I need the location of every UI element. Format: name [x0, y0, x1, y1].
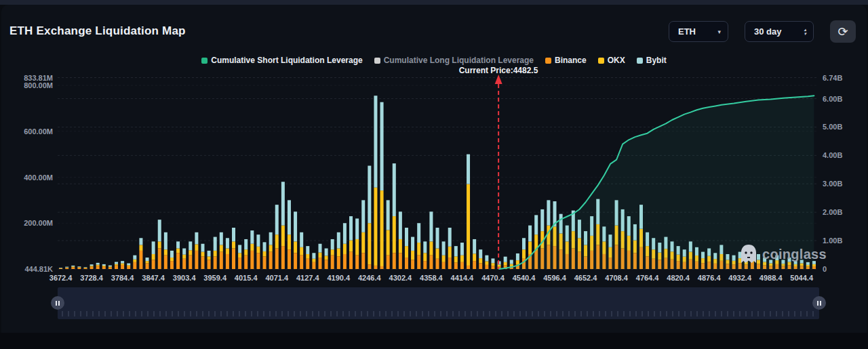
- svg-text:4302.4: 4302.4: [389, 274, 413, 282]
- cumulative-short-line: [499, 96, 814, 269]
- svg-text:0: 0: [823, 265, 827, 273]
- svg-text:4988.4: 4988.4: [760, 274, 783, 282]
- svg-text:4015.4: 4015.4: [235, 274, 258, 282]
- svg-text:3784.4: 3784.4: [111, 274, 135, 282]
- svg-text:3903.4: 3903.4: [173, 274, 197, 282]
- datazoom-navigator[interactable]: [58, 287, 819, 319]
- svg-text:4820.4: 4820.4: [667, 274, 690, 282]
- right-axis-labels: 6.74B6.00B5.00B4.00B3.00B2.00B1.00B0: [823, 74, 842, 274]
- svg-text:4932.4: 4932.4: [728, 274, 752, 282]
- svg-text:3672.4: 3672.4: [50, 274, 73, 282]
- left-axis-labels: 833.81M800.00M600.00M400.00M200.00M444.8…: [24, 74, 53, 274]
- x-axis-labels: 3672.43728.43784.43847.43903.43959.44015…: [50, 274, 814, 282]
- svg-text:3847.4: 3847.4: [142, 274, 165, 282]
- svg-text:600.00M: 600.00M: [24, 127, 53, 136]
- svg-text:4414.4: 4414.4: [451, 274, 475, 282]
- navigator-left-handle[interactable]: [51, 296, 64, 310]
- liquidation-map-widget: ETH Exchange Liquidation Map ETH ▾ 30 da…: [0, 0, 868, 349]
- coinglass-ghost-icon: [740, 244, 757, 264]
- svg-text:4596.4: 4596.4: [543, 274, 567, 282]
- svg-text:4190.4: 4190.4: [327, 274, 351, 282]
- coinglass-wordmark: coinglass: [762, 247, 827, 262]
- svg-text:5.00B: 5.00B: [823, 123, 842, 131]
- svg-text:3959.4: 3959.4: [203, 274, 227, 282]
- svg-text:800.00M: 800.00M: [24, 81, 53, 89]
- svg-text:833.81M: 833.81M: [24, 74, 53, 82]
- svg-text:3728.4: 3728.4: [80, 274, 104, 282]
- svg-text:4470.4: 4470.4: [481, 274, 505, 282]
- svg-text:4540.4: 4540.4: [513, 274, 536, 282]
- svg-text:4708.4: 4708.4: [605, 274, 629, 282]
- svg-text:4246.4: 4246.4: [358, 274, 382, 282]
- svg-text:200.00M: 200.00M: [24, 219, 53, 227]
- svg-text:4764.4: 4764.4: [636, 274, 660, 282]
- svg-text:4876.4: 4876.4: [698, 274, 722, 282]
- page-bottom-strip: [0, 333, 868, 349]
- svg-text:4.00B: 4.00B: [823, 151, 842, 159]
- svg-text:3.00B: 3.00B: [823, 180, 842, 188]
- svg-text:5044.4: 5044.4: [790, 274, 814, 282]
- svg-text:4127.4: 4127.4: [296, 274, 320, 282]
- svg-text:400.00M: 400.00M: [24, 173, 53, 182]
- current-price-marker: [495, 75, 502, 269]
- liquidation-chart[interactable]: 833.81M800.00M600.00M400.00M200.00M444.8…: [0, 0, 868, 286]
- svg-text:444.81K: 444.81K: [24, 265, 53, 273]
- svg-text:4071.4: 4071.4: [265, 274, 289, 282]
- navigator-right-handle[interactable]: [812, 296, 826, 310]
- svg-text:2.00B: 2.00B: [823, 208, 842, 216]
- svg-text:6.00B: 6.00B: [823, 95, 842, 103]
- svg-text:4358.4: 4358.4: [420, 274, 443, 282]
- svg-text:4652.4: 4652.4: [574, 274, 598, 282]
- coinglass-watermark: coinglass: [740, 244, 827, 264]
- svg-text:6.74B: 6.74B: [823, 74, 842, 82]
